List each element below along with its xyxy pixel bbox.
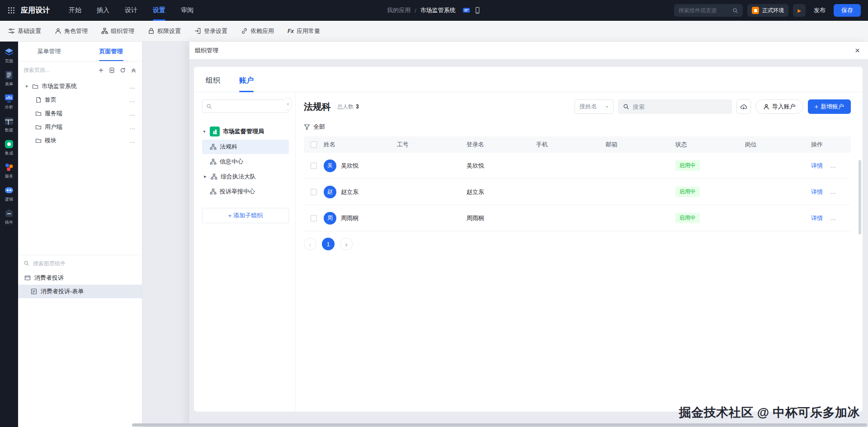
rail-item-integration[interactable]: 集成 [4,139,14,156]
menu-review[interactable]: 审阅 [181,0,193,21]
select-all-checkbox[interactable] [311,141,317,148]
more-icon[interactable]: … [830,162,836,169]
bureau-building-icon [210,127,220,136]
search-icon [24,260,29,266]
menu-insert[interactable]: 插入 [97,0,109,21]
apps-grid-icon[interactable] [7,6,15,14]
tab-page-management[interactable]: 页面管理 [80,42,142,61]
menu-start[interactable]: 开始 [69,0,81,21]
form-icon [4,70,14,80]
collapse-panel-handle[interactable]: ‹ [285,98,292,110]
search-field-select[interactable]: 搜姓名 ▼ [575,99,613,114]
org-search-input[interactable] [215,103,285,109]
menu-design[interactable]: 设计 [125,0,137,21]
col-phone: 手机 [536,141,606,149]
toolbar-login-settings[interactable]: 登录设置 [194,27,227,35]
close-icon[interactable]: × [855,46,860,55]
tab-organization[interactable]: 组织 [206,76,220,92]
prev-page-button[interactable]: ‹ [304,238,316,250]
desktop-preview-icon[interactable] [462,7,470,14]
row-checkbox[interactable] [311,215,317,221]
tree-root-app[interactable]: ▼ 市场监管系统 … [22,80,138,93]
horizontal-scrollbar[interactable] [132,423,867,427]
add-sub-org-button[interactable]: + 添加子组织 [202,208,289,223]
add-page-icon[interactable] [98,67,104,73]
menu-settings[interactable]: 设置 [153,0,165,21]
more-icon[interactable]: … [129,124,136,131]
new-folder-icon[interactable] [109,67,115,73]
rail-item-plugins[interactable]: 插件 [4,208,14,225]
modal-title: 组织管理 [195,47,218,55]
toolbar-permission-settings[interactable]: 权限设置 [148,27,181,35]
chevron-right-icon: › [345,240,348,248]
detail-link[interactable]: 详情 [811,162,823,170]
org-dept-complaint-center[interactable]: 投诉举报中心 [202,184,289,199]
caret-down-icon[interactable]: ▼ [24,84,29,89]
next-page-button[interactable]: › [340,238,353,250]
vertical-scrollbar[interactable] [859,160,861,235]
tab-accounts[interactable]: 账户 [239,76,254,92]
page-1-button[interactable]: 1 [322,238,335,250]
plus-icon: + [228,212,232,219]
rail-item-pages[interactable]: 页面 [4,47,14,64]
collapse-all-icon[interactable] [131,67,137,73]
folder-icon [32,83,38,89]
save-button[interactable]: 保存 [834,4,861,17]
org-dept-info-center[interactable]: 信息中心 [202,155,289,169]
topbar-search[interactable] [674,4,743,17]
rail-item-forms[interactable]: 表单 [4,70,14,87]
page-search-input[interactable] [24,67,94,73]
refresh-icon[interactable] [120,67,126,73]
filter-row[interactable]: 全部 [304,123,851,131]
more-icon[interactable]: … [129,97,136,103]
tree-item-user-side[interactable]: 用户端 … [22,120,138,134]
toolbar-org-management[interactable]: 组织管理 [101,27,134,35]
row-checkbox[interactable] [311,189,317,195]
more-icon[interactable]: … [830,215,836,221]
rail-item-logic[interactable]: 逻辑 [4,185,14,202]
tree-item-service-side[interactable]: 服务端 … [22,107,138,120]
rail-item-data[interactable]: 数据 [4,116,14,133]
topbar-actions: 正式环境 ▶ 发布 保存 [674,4,861,17]
department-controls: 搜姓名 ▼ [575,99,851,114]
account-search-input[interactable] [633,103,727,110]
settings-toolbar: 基础设置 角色管理 组织管理 权限设置 登录设置 依赖应用 Fx 应用常量 [0,21,868,42]
preview-run-button[interactable]: ▶ [793,4,806,17]
new-account-button[interactable]: + 新增账户 [808,99,851,114]
tree-item-modules[interactable]: 模块 … [22,134,138,147]
more-icon[interactable]: … [129,110,136,117]
layer-item-complaint-page[interactable]: 消费者投诉 [18,271,142,285]
chevron-left-icon: ‹ [309,240,311,248]
tab-menu-management[interactable]: 菜单管理 [18,42,80,61]
toolbar-app-constants[interactable]: Fx 应用常量 [288,27,320,35]
toolbar-role-management[interactable]: 角色管理 [55,27,88,35]
mobile-preview-icon[interactable] [474,7,481,14]
account-search-box[interactable] [618,99,732,114]
org-dept-enforcement[interactable]: ▶ 综合执法大队 [202,169,289,184]
layer-search-input[interactable] [33,260,137,267]
rail-item-analysis[interactable]: 分析 [4,93,14,110]
export-download-button[interactable] [736,99,751,114]
org-search-box[interactable] [202,99,289,113]
more-icon[interactable]: … [129,137,136,144]
detail-link[interactable]: 详情 [811,188,823,196]
detail-link[interactable]: 详情 [811,214,823,222]
panel-tabs: 菜单管理 页面管理 [18,42,142,61]
rail-item-services[interactable]: 服务 [4,162,14,179]
toolbar-basic-settings[interactable]: 基础设置 [8,27,41,35]
org-root-bureau[interactable]: ▼ 市场监督管理局 [202,124,289,139]
org-dept-legal[interactable]: 法规科 [202,140,289,154]
layer-item-complaint-form[interactable]: 消费者投诉-表单 [18,285,142,298]
caret-right-icon[interactable]: ▶ [203,175,208,178]
caret-down-icon[interactable]: ▼ [202,130,207,134]
toolbar-dependent-apps[interactable]: 依赖应用 [241,27,274,35]
topbar-search-input[interactable] [679,7,730,14]
breadcrumb-my-apps[interactable]: 我的应用 [387,6,410,14]
row-checkbox[interactable] [311,163,317,169]
environment-switch[interactable]: 正式环境 [747,4,788,17]
more-icon[interactable]: … [830,188,836,195]
tree-item-home[interactable]: 首页 … [22,93,138,107]
publish-button[interactable]: 发布 [810,6,829,14]
more-icon[interactable]: … [129,83,136,90]
import-accounts-button[interactable]: 导入账户 [755,99,803,114]
